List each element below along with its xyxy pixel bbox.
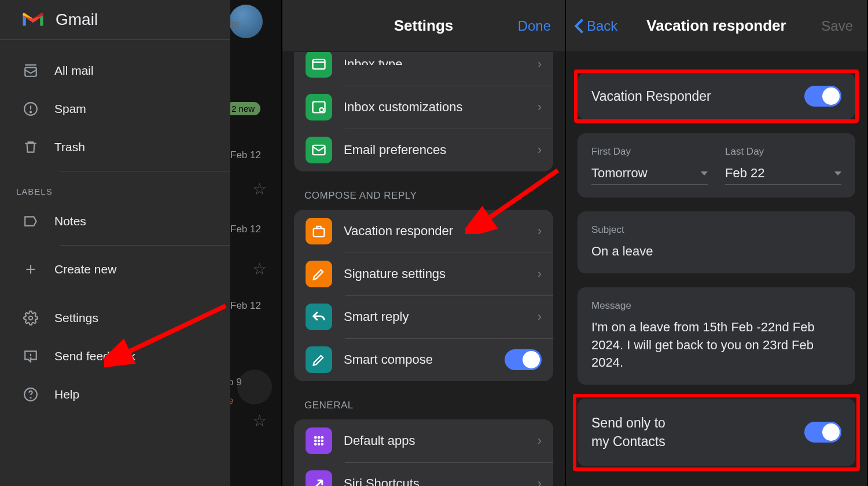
mail-icon xyxy=(306,137,332,163)
drawer-item-spam[interactable]: Spam xyxy=(0,90,230,128)
settings-row-siri-shortcuts[interactable]: Siri Shortcuts › xyxy=(294,462,553,486)
drawer-item-label: Settings xyxy=(54,311,98,325)
divider xyxy=(60,171,230,171)
settings-scroll[interactable]: Inbox type › Inbox customizations › Emai… xyxy=(282,52,565,486)
panel-settings: Settings Done Inbox type › Inbox customi… xyxy=(282,0,566,486)
section-header-general: GENERAL xyxy=(294,381,553,419)
page-title: Settings xyxy=(394,17,454,35)
drawer-item-label: All mail xyxy=(54,64,94,78)
page-title: Vacation responder xyxy=(646,17,786,35)
chevron-right-icon: › xyxy=(538,433,542,448)
vacation-form: Vacation Responder First Day Tomorrow La… xyxy=(566,52,867,486)
chevron-right-icon: › xyxy=(538,100,542,115)
drawer-item-help[interactable]: Help xyxy=(0,375,230,414)
spam-icon xyxy=(23,101,38,116)
subject-card[interactable]: Subject On a leave xyxy=(578,211,855,273)
pen-icon xyxy=(306,261,332,287)
row-label: Default apps xyxy=(344,433,526,448)
bg-drafts-text: Drafts xyxy=(230,19,239,30)
svg-point-24 xyxy=(318,443,321,446)
chevron-right-icon: › xyxy=(538,142,542,158)
nav-header: Settings Done xyxy=(282,0,565,52)
row-label: Email preferences xyxy=(344,142,526,158)
row-label: Smart compose xyxy=(344,352,493,367)
drawer-item-settings[interactable]: Settings xyxy=(0,299,230,337)
plus-icon xyxy=(23,262,38,277)
back-button[interactable]: Back xyxy=(574,18,617,34)
settings-group-compose: Vacation responder › Signature settings … xyxy=(294,210,553,381)
star-icon: ☆ xyxy=(252,411,267,430)
settings-row-smart-compose[interactable]: Smart compose xyxy=(294,338,553,381)
message-card[interactable]: Message I'm on a leave from 15th Feb -22… xyxy=(578,287,855,385)
svg-point-6 xyxy=(29,316,33,320)
contacts-only-toggle[interactable] xyxy=(804,422,841,443)
last-day-label: Last Day xyxy=(725,146,841,158)
row-label: Smart reply xyxy=(344,309,526,324)
drawer-item-send-feedback[interactable]: Send feedback xyxy=(0,337,230,375)
settings-group-general: Default apps › Siri Shortcuts › xyxy=(294,419,553,486)
vacation-responder-toggle[interactable] xyxy=(804,86,841,107)
last-day-value: Feb 22 xyxy=(725,166,765,181)
panel-drawer: Gmail All mail Spam Trash xyxy=(0,0,282,486)
drawer-item-label: Send feedback xyxy=(54,349,135,363)
svg-rect-0 xyxy=(25,68,36,76)
contacts-only-label: Send only to my Contacts xyxy=(591,414,665,451)
done-button[interactable]: Done xyxy=(518,18,551,34)
settings-row-default-apps[interactable]: Default apps › xyxy=(294,419,553,462)
nav-header: Back Vacation responder Save xyxy=(566,0,867,52)
svg-rect-12 xyxy=(313,60,325,69)
section-header-compose: COMPOSE AND REPLY xyxy=(294,171,553,210)
gear-icon xyxy=(23,310,38,326)
settings-row-inbox-type[interactable]: Inbox type › xyxy=(294,52,553,86)
drawer-item-notes[interactable]: Notes xyxy=(0,202,230,240)
row-label: Inbox customizations xyxy=(344,100,526,115)
chevron-right-icon: › xyxy=(538,476,542,486)
drawer-item-all-mail[interactable]: All mail xyxy=(0,52,230,90)
svg-point-25 xyxy=(321,443,324,446)
back-label: Back xyxy=(587,18,617,34)
drawer-item-label: Create new xyxy=(54,262,116,276)
first-day-label: First Day xyxy=(591,146,708,158)
first-day-select[interactable]: Tomorrow xyxy=(591,162,708,185)
row-label: Signature settings xyxy=(344,266,526,282)
drawer-item-label: Notes xyxy=(54,214,86,228)
reply-icon xyxy=(306,304,332,330)
date-text: Feb 12 xyxy=(230,300,261,312)
bg-char: e xyxy=(230,395,233,407)
smart-compose-toggle[interactable] xyxy=(505,349,542,370)
app-title: Gmail xyxy=(56,10,98,29)
shortcut-icon xyxy=(306,470,332,486)
settings-row-vacation-responder[interactable]: Vacation responder › xyxy=(294,210,553,253)
last-day-select[interactable]: Feb 22 xyxy=(725,162,841,185)
chevron-down-icon xyxy=(701,171,708,176)
pencil-icon xyxy=(306,346,332,373)
new-badge: 2 new xyxy=(230,102,260,115)
settings-row-email-preferences[interactable]: Email preferences › xyxy=(294,129,553,171)
vacation-responder-toggle-card: Vacation Responder xyxy=(578,73,855,119)
drawer-item-create-new[interactable]: Create new xyxy=(0,250,230,288)
date-text: Feb 12 xyxy=(230,224,261,235)
date-text: Feb 12 xyxy=(230,149,261,161)
row-label: Siri Shortcuts xyxy=(344,476,526,486)
compose-fab xyxy=(237,370,272,404)
svg-point-14 xyxy=(319,108,323,112)
svg-point-10 xyxy=(30,397,31,398)
inbox-background: Drafts 2 new Feb 12 ☆ Feb 12 ☆ Feb 12 b … xyxy=(230,0,281,486)
save-button[interactable]: Save xyxy=(821,18,853,34)
settings-row-inbox-customizations[interactable]: Inbox customizations › xyxy=(294,86,553,129)
settings-row-smart-reply[interactable]: Smart reply › xyxy=(294,295,553,338)
chevron-down-icon xyxy=(834,171,841,176)
settings-group-inbox: Inbox type › Inbox customizations › Emai… xyxy=(294,52,553,171)
grid-icon xyxy=(306,427,332,454)
settings-row-signature-settings[interactable]: Signature settings › xyxy=(294,253,553,295)
drawer-item-label: Trash xyxy=(54,140,85,154)
gmail-header: Gmail xyxy=(0,0,230,40)
responder-label: Vacation Responder xyxy=(591,89,711,104)
drawer-item-label: Help xyxy=(54,388,79,401)
drawer-item-trash[interactable]: Trash xyxy=(0,128,230,166)
row-label: Inbox type xyxy=(344,57,526,65)
panel-vacation-responder: Back Vacation responder Save Vacation Re… xyxy=(566,0,868,486)
chevron-left-icon xyxy=(574,18,584,34)
svg-point-19 xyxy=(321,436,324,439)
chevron-right-icon: › xyxy=(538,266,542,282)
